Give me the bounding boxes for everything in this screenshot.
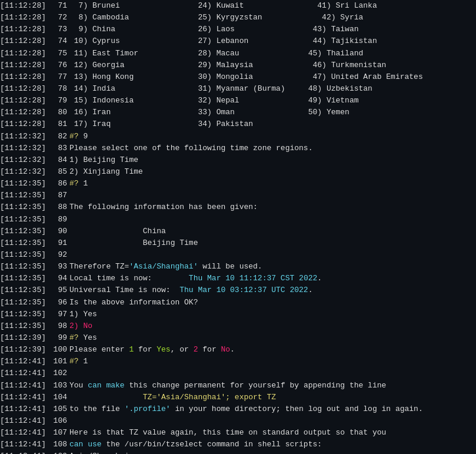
timestamp: [11:12:41]: [0, 356, 48, 367]
text-segment: in your home directory; then log out and…: [171, 405, 423, 413]
text-segment: .: [230, 345, 235, 354]
line-number: 88: [48, 201, 69, 213]
text-segment: , or: [171, 345, 194, 354]
terminal-line: [11:12:35]86#? 1: [0, 178, 476, 190]
line-number: 92: [48, 249, 69, 261]
terminal-line: [11:12:39]99#? Yes: [0, 332, 476, 344]
line-number: 81: [48, 118, 69, 130]
line-number: 85: [48, 166, 69, 178]
text-segment: 2) No: [69, 322, 92, 330]
timestamp: [11:12:35]: [0, 190, 48, 201]
line-content: #? 9: [69, 131, 88, 143]
line-number: 107: [48, 427, 69, 439]
timestamp: [11:12:35]: [0, 214, 48, 226]
line-number: 101: [48, 356, 69, 367]
text-segment: Please select one of the following time …: [69, 144, 312, 153]
text-segment: 10) Cyprus: [69, 37, 120, 45]
terminal-line: [11:12:41]105to the file '.profile' in y…: [0, 403, 476, 415]
terminal-line: [11:12:32]841) Beijing Time: [0, 154, 476, 166]
line-number: 100: [48, 344, 69, 356]
text-segment: China: [69, 227, 166, 236]
line-content: Beijing Time: [69, 237, 198, 249]
line-number: 90: [48, 226, 69, 237]
line-number: 102: [48, 367, 69, 379]
terminal-line: [11:12:41]106: [0, 415, 476, 427]
line-number: 75: [48, 48, 69, 59]
text-segment: 27) Lebanon: [120, 37, 248, 45]
timestamp: [11:12:32]: [0, 131, 48, 143]
terminal-line: [11:12:28]80 16) Iran 33) Oman 50) Yemen: [0, 107, 476, 118]
terminal-line: [11:12:35]971) Yes: [0, 309, 476, 320]
line-number: 82: [48, 131, 69, 143]
text-segment: Beijing Time: [69, 238, 198, 247]
line-number: 108: [48, 439, 69, 450]
terminal-line: [11:12:28]81 17) Iraq 34) Pakistan: [0, 118, 476, 130]
text-segment: this change permanent for yourself by ap…: [125, 381, 387, 390]
timestamp: [11:12:32]: [0, 154, 48, 166]
timestamp: [11:12:28]: [0, 83, 48, 95]
terminal-line: [11:12:32]82#? 9: [0, 131, 476, 143]
line-number: 76: [48, 59, 69, 71]
text-segment: OK?: [184, 298, 198, 307]
text-segment: 33) Oman: [111, 108, 235, 117]
line-number: 73: [48, 24, 69, 35]
line-number: 104: [48, 392, 69, 403]
line-number: 94: [48, 273, 69, 284]
timestamp: [11:12:35]: [0, 201, 48, 213]
line-number: 74: [48, 35, 69, 47]
line-content: 2) Xinjiang Time: [69, 166, 143, 178]
timestamp: [11:12:28]: [0, 118, 48, 130]
text-segment: 42) Syria: [262, 13, 364, 22]
text-segment: Here is that TZ value again, this time o…: [69, 428, 386, 437]
text-segment: the /usr/bin/tzselect command in shell s…: [102, 440, 322, 449]
line-number: 80: [48, 107, 69, 118]
timestamp: [11:12:41]: [0, 380, 48, 392]
text-segment: Thu Mar 10 03:12:37 UTC 2022: [179, 286, 308, 294]
timestamp: [11:12:41]: [0, 403, 48, 415]
text-segment: TZ='Asia/Shanghai'; export TZ: [69, 393, 276, 402]
line-content: Is the above information OK?: [69, 297, 198, 309]
terminal-line: [11:12:28]71 7) Brunei 24) Kuwait 41) Sr…: [0, 0, 476, 12]
text-segment: 12) Georgia: [69, 61, 125, 69]
timestamp: [11:12:28]: [0, 0, 48, 12]
text-segment: Yes: [83, 333, 96, 342]
line-content: 17) Iraq 34) Pakistan: [69, 118, 253, 130]
line-number: 106: [48, 415, 69, 427]
text-segment: 41) Sri Lanka: [244, 1, 377, 10]
line-content: 1) Yes: [69, 309, 97, 320]
text-segment: will be used.: [198, 262, 262, 271]
line-content: 12) Georgia 29) Malaysia 46) Turkmenista…: [69, 59, 386, 71]
line-number: 86: [48, 178, 69, 190]
timestamp: [11:12:35]: [0, 249, 48, 261]
text-segment: 13) Hong Kong: [69, 72, 134, 81]
terminal-line: [11:12:35]93Therefore TZ='Asia/Shanghai'…: [0, 261, 476, 273]
timestamp: [11:12:32]: [0, 143, 48, 154]
timestamp: [11:12:41]: [0, 415, 48, 427]
text-segment: Thu Mar 10 11:12:37 CST 2022: [189, 274, 317, 283]
text-segment: You: [69, 381, 88, 390]
terminal-line: [11:12:28]78 14) India 31) Myanmar (Burm…: [0, 83, 476, 95]
terminal-line: [11:12:28]79 15) Indonesia 32) Nepal 49)…: [0, 95, 476, 107]
text-segment: 30) Mongolia: [134, 72, 253, 81]
text-segment: 50) Yemen: [235, 108, 349, 117]
timestamp: [11:12:35]: [0, 261, 48, 273]
line-number: 71: [48, 0, 69, 12]
text-segment: #?: [69, 132, 83, 141]
line-content: 1) Beijing Time: [69, 154, 138, 166]
line-content: Here is that TZ value again, this time o…: [69, 427, 386, 439]
timestamp: [11:12:41]: [0, 427, 48, 439]
line-number: 98: [48, 320, 69, 332]
terminal-line: [11:12:35]89: [0, 214, 476, 226]
text-segment: 44) Tajikistan: [248, 37, 377, 45]
line-content: #? Yes: [69, 332, 97, 344]
text-segment: 43) Taiwan: [235, 25, 359, 34]
text-segment: 16) Iran: [69, 108, 111, 117]
text-segment: to the file: [69, 405, 125, 413]
line-content: 8) Cambodia 25) Kyrgyzstan 42) Syria: [69, 12, 363, 24]
text-segment: for: [134, 345, 157, 354]
text-segment: 34) Pakistan: [111, 120, 253, 128]
line-content: #? 1: [69, 356, 88, 367]
line-content: Therefore TZ='Asia/Shanghai' will be use…: [69, 261, 262, 273]
line-content: 13) Hong Kong 30) Mongolia 47) United Ar…: [69, 71, 423, 83]
timestamp: [11:12:28]: [0, 48, 48, 59]
